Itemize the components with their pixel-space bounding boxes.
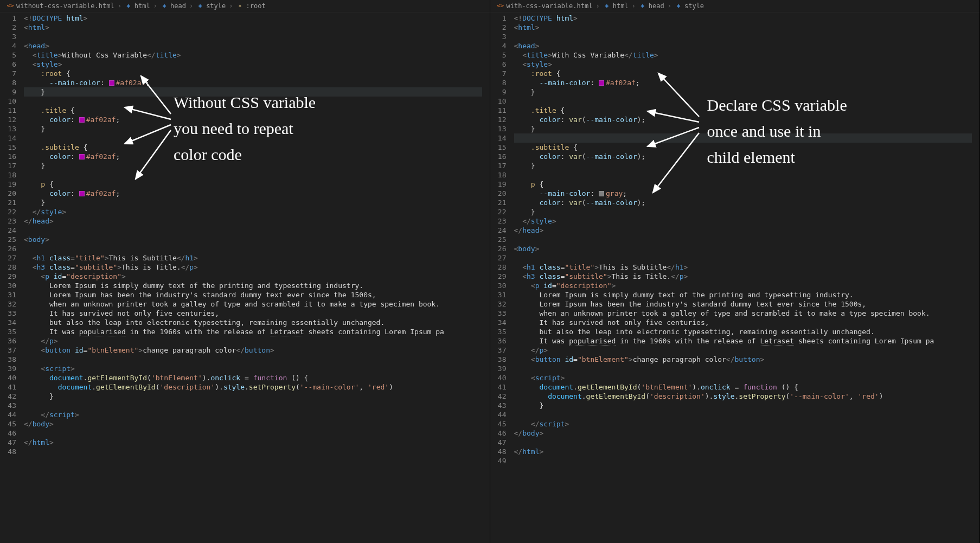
code-line[interactable]: </script> bbox=[514, 419, 980, 429]
code-line[interactable]: Lorem Ipsum has been the industry's stan… bbox=[514, 299, 980, 309]
code-line[interactable]: <h1 class="title">This is Subtitle</h1> bbox=[514, 263, 980, 272]
code-line[interactable]: color: #af02af; bbox=[24, 189, 490, 198]
code-line[interactable]: <body> bbox=[24, 235, 490, 244]
code-line[interactable]: <script> bbox=[514, 373, 980, 382]
code-line[interactable]: <button id="btnElement">change paragraph… bbox=[24, 346, 490, 355]
code-line[interactable]: <p id="description"> bbox=[24, 272, 490, 281]
code-line[interactable]: } bbox=[514, 401, 980, 410]
code-line[interactable]: .title { bbox=[24, 106, 490, 115]
code-line[interactable]: } bbox=[514, 124, 980, 133]
code-line[interactable]: but also the leap into electronic typese… bbox=[24, 318, 490, 327]
code-line[interactable]: It has survived not only five centuries, bbox=[514, 318, 980, 327]
code-line[interactable]: </script> bbox=[24, 410, 490, 419]
code-line[interactable] bbox=[24, 355, 490, 364]
code-line[interactable]: when an unknown printer took a galley of… bbox=[514, 309, 980, 318]
code-line[interactable]: } bbox=[24, 87, 490, 97]
code-line[interactable]: document.getElementById('btnElement').on… bbox=[514, 382, 980, 392]
code-line[interactable]: </body> bbox=[514, 429, 980, 438]
code-line[interactable]: color: #af02af; bbox=[24, 152, 490, 161]
code-content[interactable]: <!DOCTYPE html><html><head> <title>Witho… bbox=[24, 12, 490, 543]
code-content[interactable]: <!DOCTYPE html><html><head> <title>With … bbox=[514, 12, 980, 543]
code-line[interactable]: Lorem Ipsum is simply dummy text of the … bbox=[24, 281, 490, 290]
code-line[interactable] bbox=[24, 170, 490, 180]
code-line[interactable] bbox=[24, 401, 490, 410]
code-line[interactable]: </style> bbox=[514, 216, 980, 226]
code-line[interactable]: <script> bbox=[24, 364, 490, 373]
code-line[interactable]: --main-color: #af02af; bbox=[24, 78, 490, 87]
code-editor-right[interactable]: 1234567891011121314151617181920212223242… bbox=[490, 12, 980, 543]
breadcrumb-file[interactable]: without-css-variable.html bbox=[16, 2, 114, 10]
code-line[interactable]: <html> bbox=[24, 23, 490, 32]
code-line[interactable]: --main-color: #af02af; bbox=[514, 78, 980, 87]
code-line[interactable]: when an unknown printer took a galley of… bbox=[24, 299, 490, 309]
code-line[interactable]: <body> bbox=[514, 244, 980, 253]
code-line[interactable]: <head> bbox=[514, 41, 980, 50]
code-line[interactable]: <style> bbox=[514, 60, 980, 69]
code-line[interactable]: It was popularised in the 1960s with the… bbox=[24, 327, 490, 336]
code-line[interactable]: } bbox=[24, 161, 490, 170]
minimap[interactable] bbox=[972, 12, 979, 543]
breadcrumb-segment[interactable]: :root bbox=[246, 2, 266, 10]
code-line[interactable] bbox=[24, 429, 490, 438]
breadcrumbs-right[interactable]: <> with-css-variable.html › ◈ html › ◈ h… bbox=[490, 0, 980, 12]
code-line[interactable]: :root { bbox=[24, 69, 490, 78]
code-line[interactable]: </head> bbox=[24, 216, 490, 226]
breadcrumb-segment[interactable]: style bbox=[684, 2, 704, 10]
code-line[interactable] bbox=[24, 32, 490, 41]
code-line[interactable]: } bbox=[24, 124, 490, 133]
code-line[interactable]: Lorem Ipsum is simply dummy text of the … bbox=[514, 290, 980, 299]
breadcrumb-segment[interactable]: style bbox=[206, 2, 226, 10]
code-line[interactable] bbox=[514, 133, 980, 143]
code-line[interactable]: } bbox=[24, 198, 490, 207]
breadcrumb-segment[interactable]: head bbox=[170, 2, 186, 10]
breadcrumb-file[interactable]: with-css-variable.html bbox=[507, 2, 593, 10]
code-line[interactable] bbox=[514, 253, 980, 263]
minimap[interactable] bbox=[482, 12, 490, 543]
code-line[interactable] bbox=[514, 364, 980, 373]
code-line[interactable]: but also the leap into electronic typese… bbox=[514, 327, 980, 336]
code-line[interactable]: It was popularised in the 1960s with the… bbox=[514, 336, 980, 346]
code-line[interactable]: <!DOCTYPE html> bbox=[514, 14, 980, 23]
code-line[interactable]: </style> bbox=[24, 207, 490, 216]
code-line[interactable]: .subtitle { bbox=[24, 143, 490, 152]
code-line[interactable] bbox=[514, 410, 980, 419]
code-line[interactable]: <button id="btnElement">change paragraph… bbox=[514, 355, 980, 364]
code-line[interactable]: <h1 class="title">This is Subtitle</h1> bbox=[24, 253, 490, 263]
code-line[interactable]: </html> bbox=[24, 438, 490, 447]
code-line[interactable]: document.getElementById('btnElement').on… bbox=[24, 373, 490, 382]
code-line[interactable]: color: var(--main-color); bbox=[514, 198, 980, 207]
code-line[interactable]: </html> bbox=[514, 447, 980, 456]
code-line[interactable]: } bbox=[514, 207, 980, 216]
code-line[interactable]: </p> bbox=[514, 346, 980, 355]
breadcrumbs-left[interactable]: <> without-css-variable.html › ◈ html › … bbox=[0, 0, 490, 12]
code-line[interactable]: <p id="description"> bbox=[514, 281, 980, 290]
code-line[interactable] bbox=[514, 438, 980, 447]
code-line[interactable] bbox=[24, 244, 490, 253]
code-line[interactable] bbox=[514, 97, 980, 106]
code-line[interactable] bbox=[24, 133, 490, 143]
code-line[interactable]: <h3 class="subtitle">This is Title.</p> bbox=[514, 272, 980, 281]
code-line[interactable] bbox=[24, 226, 490, 235]
code-line[interactable]: .title { bbox=[514, 106, 980, 115]
code-line[interactable]: :root { bbox=[514, 69, 980, 78]
code-editor-left[interactable]: 1234567891011121314151617181920212223242… bbox=[0, 12, 490, 543]
code-line[interactable]: <title>Without Css Variable</title> bbox=[24, 50, 490, 60]
code-line[interactable]: color: #af02af; bbox=[24, 115, 490, 124]
code-line[interactable]: It has survived not only five centuries, bbox=[24, 309, 490, 318]
code-line[interactable] bbox=[24, 97, 490, 106]
breadcrumb-segment[interactable]: html bbox=[134, 2, 150, 10]
code-line[interactable]: </body> bbox=[24, 419, 490, 429]
code-line[interactable]: p { bbox=[24, 180, 490, 189]
code-line[interactable] bbox=[514, 235, 980, 244]
code-line[interactable]: <style> bbox=[24, 60, 490, 69]
code-line[interactable] bbox=[24, 447, 490, 456]
code-line[interactable]: --main-color: gray; bbox=[514, 189, 980, 198]
code-line[interactable]: <h3 class="subtitle">This is Title.</p> bbox=[24, 263, 490, 272]
code-line[interactable]: color: var(--main-color); bbox=[514, 152, 980, 161]
code-line[interactable] bbox=[514, 170, 980, 180]
code-line[interactable]: </p> bbox=[24, 336, 490, 346]
code-line[interactable] bbox=[514, 456, 980, 465]
code-line[interactable]: .subtitle { bbox=[514, 143, 980, 152]
breadcrumb-segment[interactable]: head bbox=[649, 2, 664, 10]
code-line[interactable]: color: var(--main-color); bbox=[514, 115, 980, 124]
